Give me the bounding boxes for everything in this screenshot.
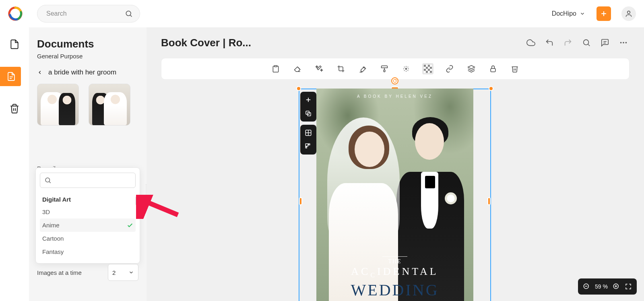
doc-title[interactable]: Book Cover | Ro... <box>161 37 251 49</box>
resize-handle-tl[interactable] <box>296 86 301 91</box>
chevron-down-icon <box>128 270 134 275</box>
rail-trash[interactable] <box>5 99 24 118</box>
svg-point-16 <box>625 42 627 43</box>
layers-icon[interactable] <box>466 63 477 74</box>
app-logo <box>8 6 23 21</box>
style-option-label: 3D <box>42 208 50 215</box>
svg-rect-41 <box>305 147 307 148</box>
create-button[interactable] <box>597 6 611 21</box>
cover-title-l2a: AC <box>351 266 370 277</box>
images-count-select[interactable]: 2 <box>108 264 138 281</box>
comments-button[interactable] <box>599 37 611 49</box>
canvas-selection[interactable]: A BOOK BY HELEN VEZ THE ACCIDENTAL WEDDI… <box>299 89 491 301</box>
svg-line-2 <box>130 15 132 17</box>
images-count-label: Images at a time <box>37 269 82 276</box>
svg-rect-26 <box>430 67 432 69</box>
thumb-1[interactable] <box>37 84 79 126</box>
zoom-level[interactable]: 59 % <box>595 283 608 290</box>
chevron-left-icon <box>37 70 43 75</box>
more-menu-button[interactable] <box>617 37 630 49</box>
style-option-label: Cartoon <box>42 235 64 242</box>
grid-button[interactable] <box>303 127 314 138</box>
cover-title-l2b: C <box>370 272 377 278</box>
editor-area: Book Cover | Ro... <box>147 27 644 301</box>
workspace-name: DocHipo <box>552 10 576 17</box>
style-option-anime[interactable]: Anime <box>40 219 136 232</box>
svg-rect-24 <box>428 65 430 67</box>
style-dropdown: Digital Art 3D Anime Cartoon Fantasy <box>35 167 140 264</box>
svg-rect-28 <box>428 69 430 71</box>
link-icon[interactable] <box>444 63 455 74</box>
add-element-button[interactable] <box>303 94 314 105</box>
eraser-icon[interactable] <box>292 63 303 74</box>
crop-icon[interactable] <box>335 63 347 74</box>
duplicate-button[interactable] <box>303 108 314 119</box>
panel-subtitle: General Purpose <box>37 53 138 60</box>
result-thumbs <box>37 84 138 126</box>
svg-rect-42 <box>309 144 310 145</box>
delete-icon[interactable] <box>509 63 520 74</box>
thumb-2[interactable] <box>89 84 130 126</box>
selection-float-tools <box>300 92 316 155</box>
svg-point-10 <box>584 40 589 45</box>
style-option-3d[interactable]: 3D <box>40 205 136 219</box>
panel-title: Documents <box>37 38 138 50</box>
search-wrap <box>37 5 140 23</box>
rail-documents[interactable] <box>5 35 24 54</box>
zoom-in-button[interactable] <box>613 283 620 290</box>
highlight-icon[interactable] <box>357 63 368 74</box>
position-button[interactable] <box>303 141 314 152</box>
clipboard-icon[interactable] <box>270 63 281 74</box>
undo-button[interactable] <box>543 37 555 49</box>
svg-point-14 <box>620 42 622 43</box>
magic-icon[interactable] <box>314 63 325 74</box>
svg-rect-17 <box>275 66 277 67</box>
top-bar: DocHipo <box>0 0 644 27</box>
resize-handle-r[interactable] <box>487 197 491 205</box>
svg-marker-31 <box>468 66 475 69</box>
svg-rect-27 <box>424 69 426 71</box>
style-group: Digital Art <box>40 192 136 205</box>
chevron-down-icon <box>580 11 585 16</box>
svg-point-15 <box>623 42 624 43</box>
svg-line-11 <box>588 44 590 46</box>
cover-title: THE ACCIDENTAL WEDDING <box>316 256 473 299</box>
panel-back-button[interactable]: a bride with her groom <box>37 68 138 76</box>
rail-ai-image[interactable] <box>0 67 21 86</box>
paint-icon[interactable] <box>379 63 390 74</box>
svg-rect-23 <box>424 65 426 67</box>
nav-rail <box>0 27 29 301</box>
zoom-bar: 59 % <box>578 278 637 295</box>
sparkle-icon[interactable] <box>400 63 412 74</box>
dropdown-scrollbar[interactable] <box>136 196 139 206</box>
lock-icon[interactable] <box>487 63 499 74</box>
profile-button[interactable] <box>621 6 636 21</box>
svg-rect-29 <box>426 71 428 73</box>
search-icon <box>44 177 52 184</box>
svg-rect-20 <box>384 70 385 72</box>
style-search[interactable] <box>40 173 136 188</box>
cloud-sync-icon[interactable] <box>525 37 537 49</box>
zoom-out-button[interactable] <box>583 283 590 290</box>
resize-handle-tr[interactable] <box>489 86 493 91</box>
workspace-dropdown[interactable]: DocHipo <box>552 10 585 17</box>
fullscreen-button[interactable] <box>625 283 632 290</box>
svg-line-18 <box>298 67 300 69</box>
svg-point-8 <box>45 178 50 182</box>
style-search-input[interactable] <box>55 177 131 184</box>
svg-point-5 <box>627 11 630 14</box>
resize-handle-l[interactable] <box>299 197 302 205</box>
svg-line-9 <box>49 181 50 183</box>
search-canvas-button[interactable] <box>580 37 592 49</box>
style-option-cartoon[interactable]: Cartoon <box>40 232 136 245</box>
transparency-icon[interactable] <box>422 63 433 74</box>
svg-rect-30 <box>430 71 432 73</box>
check-icon <box>127 222 133 229</box>
rotate-handle[interactable] <box>391 77 398 85</box>
cover-title-the: THE <box>382 256 407 265</box>
style-option-fantasy[interactable]: Fantasy <box>40 245 136 258</box>
svg-rect-40 <box>305 144 308 146</box>
book-cover-canvas[interactable]: A BOOK BY HELEN VEZ THE ACCIDENTAL WEDDI… <box>316 89 473 301</box>
svg-marker-0 <box>14 11 19 16</box>
redo-button[interactable] <box>562 37 574 49</box>
